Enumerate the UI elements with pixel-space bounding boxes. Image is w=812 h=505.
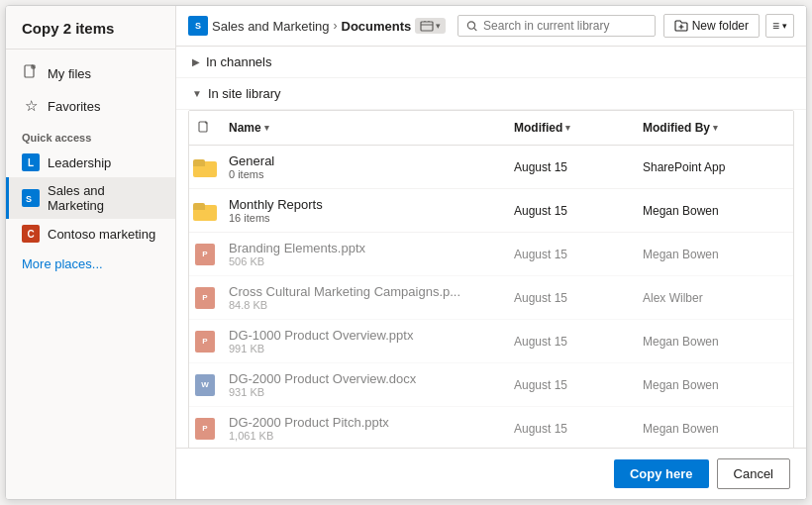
row-modified-cell: August 15 — [506, 152, 635, 182]
modified-sort-icon: ▾ — [565, 123, 570, 133]
file-subtext: 0 items — [229, 168, 498, 180]
col-modified-by[interactable]: Modified By ▾ — [635, 117, 793, 139]
table-row[interactable]: P Branding Elements.pptx 506 KB August 1… — [189, 233, 793, 276]
nav-my-files[interactable]: My files — [6, 57, 175, 90]
leadership-site-icon: L — [22, 153, 40, 171]
file-name: Cross Cultural Marketing Campaigns.p... — [229, 284, 498, 299]
qa-contoso[interactable]: C Contoso marketing — [6, 219, 175, 249]
folder-icon — [193, 201, 217, 221]
table-row[interactable]: General 0 items August 15 SharePoint App — [189, 146, 793, 189]
in-channels-header[interactable]: ▶ In channels — [176, 47, 806, 78]
new-folder-icon — [674, 19, 688, 33]
row-name-cell: DG-1000 Product Overview.pptx 991 KB — [221, 320, 506, 362]
sales-marketing-label: Sales and Marketing — [48, 183, 163, 213]
row-modified-cell: August 15 — [506, 240, 635, 269]
file-name: General — [229, 153, 498, 168]
file-name: DG-2000 Product Pitch.pptx — [229, 415, 498, 430]
file-subtext: 931 KB — [229, 386, 498, 398]
my-files-label: My files — [48, 66, 91, 81]
footer: Copy here Cancel — [176, 448, 806, 499]
row-modifiedby-cell: Megan Bowen — [635, 240, 793, 269]
pptx-icon: P — [195, 287, 215, 309]
file-subtext: 506 KB — [229, 255, 498, 267]
table-row[interactable]: P Cross Cultural Marketing Campaigns.p..… — [189, 276, 793, 320]
breadcrumb-separator: › — [334, 19, 338, 33]
table-row[interactable]: P DG-2000 Product Pitch.pptx 1,061 KB Au… — [189, 407, 793, 448]
file-name: Branding Elements.pptx — [229, 241, 498, 255]
row-modified-cell: August 15 — [506, 283, 635, 313]
search-icon — [466, 20, 478, 33]
row-icon-cell — [189, 195, 221, 227]
svg-text:S: S — [26, 194, 32, 204]
file-name: DG-1000 Product Overview.pptx — [229, 328, 498, 343]
col-modified[interactable]: Modified ▾ — [506, 117, 635, 139]
in-site-library-chevron: ▼ — [192, 88, 202, 99]
qa-sales-marketing[interactable]: S Sales and Marketing — [6, 177, 175, 219]
row-modified-cell: August 15 — [506, 196, 635, 226]
dialog-title: Copy 2 items — [6, 6, 175, 50]
table-body: General 0 items August 15 SharePoint App… — [189, 146, 793, 448]
nav-favorites[interactable]: ☆ Favorites — [6, 90, 175, 122]
content-area: ▶ In channels ▼ In site library — [176, 47, 806, 448]
row-icon-cell: W — [189, 368, 221, 402]
file-subtext: 16 items — [229, 212, 498, 224]
row-modifiedby-cell: Megan Bowen — [635, 327, 793, 356]
svg-rect-4 — [421, 22, 433, 31]
table-row[interactable]: W DG-2000 Product Overview.docx 931 KB A… — [189, 363, 793, 407]
qa-leadership[interactable]: L Leadership — [6, 148, 175, 177]
row-name-cell: General 0 items — [221, 146, 506, 188]
contoso-site-icon: C — [22, 225, 40, 243]
view-dropdown-icon: ▾ — [782, 21, 787, 31]
file-subtext: 1,061 KB — [229, 430, 498, 442]
more-places-link[interactable]: More places... — [6, 249, 175, 279]
file-name: Monthly Reports — [229, 197, 498, 212]
modifiedby-sort-icon: ▾ — [713, 123, 718, 133]
file-subtext: 991 KB — [229, 343, 498, 354]
row-modified-cell: August 15 — [506, 370, 635, 400]
table-row[interactable]: P DG-1000 Product Overview.pptx 991 KB A… — [189, 320, 793, 363]
row-modified-cell: August 15 — [506, 414, 635, 444]
right-panel: S Sales and Marketing › Documents ▾ — [176, 6, 806, 499]
row-icon-cell: P — [189, 281, 221, 315]
file-table: Name ▾ Modified ▾ Modified By ▾ — [188, 110, 794, 448]
breadcrumb-dropdown[interactable]: ▾ — [415, 18, 446, 34]
breadcrumb-site-icon: S — [188, 16, 208, 36]
row-modified-cell: August 15 — [506, 327, 635, 356]
breadcrumb-documents: Documents — [342, 19, 412, 34]
favorites-label: Favorites — [48, 99, 100, 114]
col-name[interactable]: Name ▾ — [221, 117, 506, 139]
pptx-icon: P — [195, 331, 215, 353]
file-name: DG-2000 Product Overview.docx — [229, 371, 498, 386]
new-folder-button[interactable]: New folder — [663, 14, 760, 38]
row-name-cell: DG-2000 Product Overview.docx 931 KB — [221, 363, 506, 406]
view-menu-button[interactable]: ≡ ▾ — [765, 14, 794, 38]
in-channels-chevron: ▶ — [192, 56, 200, 67]
search-input[interactable] — [483, 19, 647, 33]
in-site-library-label: In site library — [208, 86, 281, 101]
row-modifiedby-cell: SharePoint App — [635, 152, 793, 182]
sales-site-icon: S — [22, 189, 40, 207]
search-box[interactable] — [457, 15, 655, 37]
in-site-library-section: ▼ In site library Name — [176, 78, 806, 448]
breadcrumb-sales[interactable]: Sales and Marketing — [212, 19, 330, 34]
copy-here-button[interactable]: Copy here — [614, 459, 709, 488]
row-name-cell: Branding Elements.pptx 506 KB — [221, 233, 506, 275]
file-subtext: 84.8 KB — [229, 299, 498, 311]
copy-dialog: Copy 2 items My files ☆ Favorites Quick … — [5, 5, 807, 500]
in-site-library-header[interactable]: ▼ In site library — [176, 78, 806, 110]
chevron-down-icon: ▾ — [436, 21, 441, 31]
table-row[interactable]: Monthly Reports 16 items August 15 Megan… — [189, 189, 793, 233]
row-icon-cell: P — [189, 238, 221, 271]
header-actions: New folder ≡ ▾ — [663, 14, 794, 38]
breadcrumb: S Sales and Marketing › Documents ▾ — [188, 16, 446, 36]
folder-icon — [193, 157, 217, 177]
files-icon — [22, 64, 40, 83]
row-icon-cell: P — [189, 325, 221, 358]
svg-rect-0 — [25, 65, 34, 77]
left-nav: My files ☆ Favorites Quick access L Lead… — [6, 50, 175, 287]
name-sort-icon: ▾ — [264, 123, 269, 133]
quick-access-label: Quick access — [6, 122, 175, 148]
cancel-button[interactable]: Cancel — [717, 458, 790, 489]
docx-icon: W — [195, 374, 215, 396]
row-name-cell: Monthly Reports 16 items — [221, 189, 506, 232]
